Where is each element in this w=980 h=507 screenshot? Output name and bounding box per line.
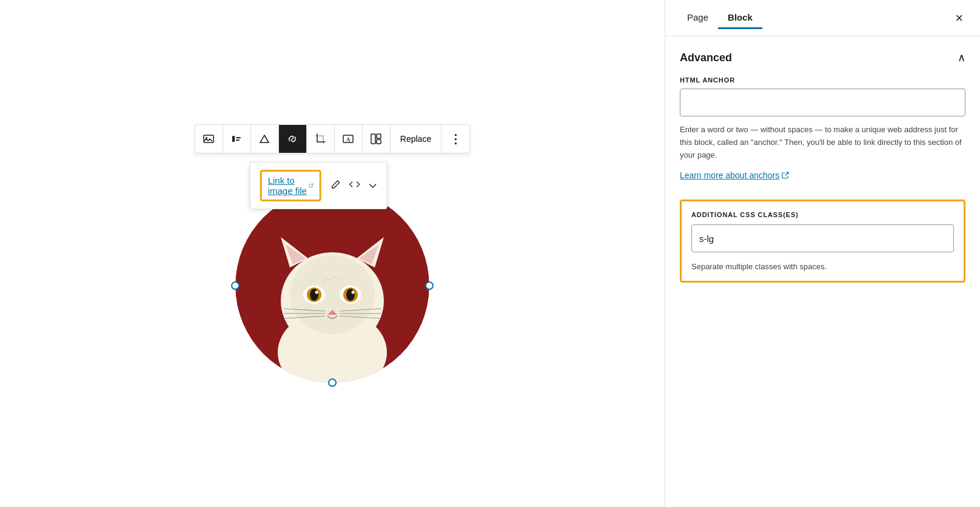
pencil-icon (331, 180, 341, 189)
toolbar-triangle-btn[interactable] (251, 125, 279, 153)
tab-block[interactable]: Block (718, 7, 762, 29)
external-link-icon (309, 182, 314, 189)
link-icon (286, 133, 298, 145)
advanced-section-header: Advanced ∧ (680, 51, 965, 64)
panel-header: Page Block × (665, 0, 980, 36)
learn-more-text: Learn more about anchors (680, 170, 779, 180)
chevron-down-icon (369, 183, 377, 189)
link-popup-highlight: Link to image file (260, 170, 321, 201)
learn-more-external-icon (782, 172, 789, 179)
crop-icon (314, 133, 326, 145)
chevron-down-btn[interactable] (369, 180, 377, 192)
toolbar-more-btn[interactable]: ⋮ (441, 125, 469, 153)
svg-rect-3 (236, 137, 241, 138)
css-classes-section: ADDITIONAL CSS CLASS(ES) Separate multip… (680, 200, 965, 283)
canvas-area: A Replace ⋮ Link to image file (0, 0, 665, 507)
svg-rect-8 (377, 134, 381, 138)
html-anchor-description: Enter a word or two — without spaces — t… (680, 124, 965, 161)
svg-point-20 (310, 289, 318, 301)
align-icon (230, 133, 243, 145)
css-classes-description: Separate multiple classes with spaces. (691, 262, 954, 271)
tab-page[interactable]: Page (677, 7, 718, 29)
toolbar-crop-btn[interactable] (307, 125, 335, 153)
right-panel: Page Block × Advanced ∧ HTML ANCHOR Ente… (665, 0, 980, 507)
link-text: Link to image file (268, 175, 307, 196)
svg-point-25 (352, 291, 355, 294)
svg-rect-9 (377, 139, 381, 144)
resize-handle-left[interactable] (231, 281, 240, 290)
cat-svg (235, 189, 429, 383)
toolbar-align-btn[interactable] (223, 125, 251, 153)
resize-handle-right[interactable] (425, 281, 434, 290)
svg-rect-2 (232, 136, 235, 142)
link-popup-link[interactable]: Link to image file (268, 175, 314, 196)
html-anchor-field: HTML ANCHOR Enter a word or two — withou… (680, 76, 965, 197)
css-classes-label: ADDITIONAL CSS CLASS(ES) (691, 211, 954, 218)
layout-icon (370, 133, 382, 145)
embed-link-btn[interactable] (349, 180, 360, 192)
toolbar-image-btn[interactable] (195, 125, 223, 153)
panel-close-btn[interactable]: × (950, 8, 968, 29)
svg-point-24 (346, 289, 355, 301)
text-overlay-icon: A (342, 133, 354, 145)
triangle-icon (258, 133, 270, 145)
advanced-title: Advanced (680, 52, 732, 64)
svg-rect-4 (236, 139, 240, 141)
link-popup: Link to image file (250, 162, 388, 209)
css-classes-input[interactable] (691, 224, 954, 252)
block-wrapper: A Replace ⋮ Link to image file (195, 124, 470, 383)
advanced-toggle-btn[interactable]: ∧ (958, 51, 965, 64)
svg-rect-7 (371, 134, 375, 144)
html-anchor-label: HTML ANCHOR (680, 76, 965, 84)
block-toolbar: A Replace ⋮ (195, 124, 470, 153)
html-anchor-input[interactable] (680, 89, 965, 116)
learn-more-anchors-link[interactable]: Learn more about anchors (680, 170, 789, 180)
svg-point-13 (290, 255, 375, 334)
image-icon (203, 133, 215, 145)
toolbar-text-btn[interactable]: A (335, 125, 363, 153)
link-popup-actions (331, 180, 377, 192)
panel-content: Advanced ∧ HTML ANCHOR Enter a word or t… (665, 36, 980, 507)
svg-text:A: A (346, 136, 351, 143)
edit-link-btn[interactable] (331, 180, 341, 192)
toolbar-replace-btn[interactable]: Replace (391, 125, 441, 153)
toolbar-link-btn[interactable] (279, 125, 307, 153)
toolbar-layout-btn[interactable] (363, 125, 391, 153)
code-icon (349, 180, 360, 189)
resize-handle-bottom[interactable] (328, 378, 337, 387)
svg-point-21 (315, 291, 318, 294)
image-container (235, 189, 429, 383)
cat-image (235, 189, 429, 383)
